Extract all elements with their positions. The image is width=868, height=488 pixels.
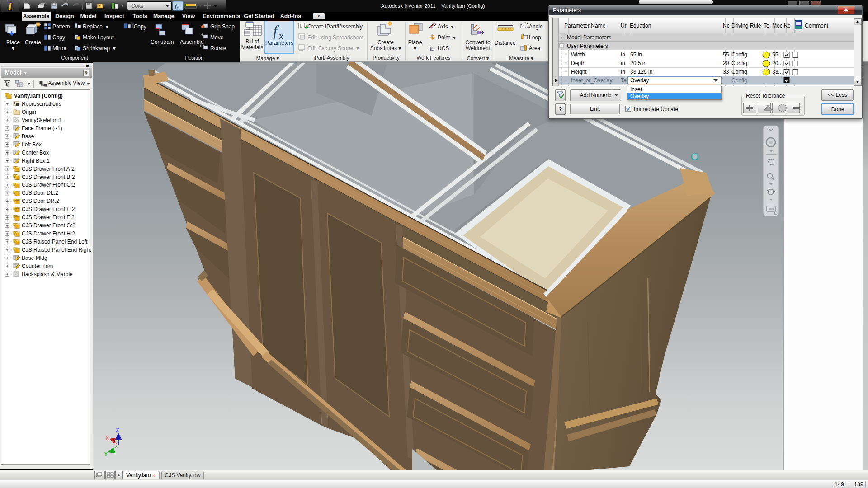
svg-text:Y: Y: [104, 450, 108, 457]
svg-text:X: X: [105, 435, 109, 441]
svg-text:Z: Z: [116, 427, 119, 433]
svg-text:Color: Color: [131, 3, 145, 9]
